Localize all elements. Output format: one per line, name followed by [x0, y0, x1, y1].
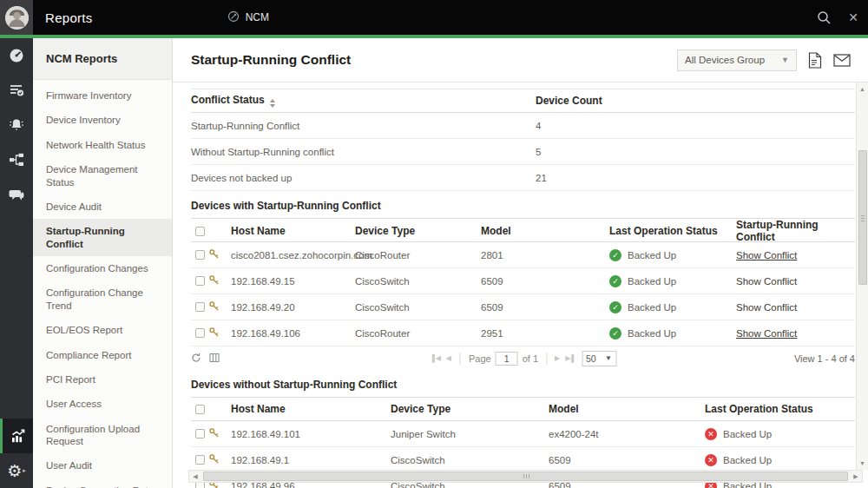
horizontal-scrollbar-thumb[interactable]: [203, 472, 848, 481]
reports-chart-icon[interactable]: [0, 419, 33, 453]
sidebar-item-user-audit[interactable]: User Audit: [33, 453, 172, 478]
alarm-bell-icon[interactable]: [0, 108, 33, 142]
close-icon[interactable]: ✕: [838, 0, 868, 35]
page-number-input[interactable]: 1: [496, 352, 518, 366]
cell-model: 6509: [481, 276, 609, 287]
icon-rail: ⚙▸: [0, 38, 33, 488]
scroll-left-icon[interactable]: ◀: [189, 473, 201, 480]
tab-ncm-label: NCM: [246, 11, 269, 23]
cell-host: 192.168.49.101: [231, 429, 391, 439]
cell-model: 2951: [481, 328, 609, 339]
sidebar-item-configuration-changes[interactable]: Configuration Changes: [33, 256, 172, 280]
sidebar-item-eol-eos-report[interactable]: EOL/EOS Report: [33, 318, 172, 342]
summary-row-label: Startup-Running Conflict: [191, 121, 536, 131]
cell-model: 6509: [549, 455, 705, 465]
topbar: Reports NCM ✕: [0, 0, 868, 35]
show-conflict-link[interactable]: Show Conflict: [736, 302, 797, 313]
sidebar-title: NCM Reports: [33, 38, 172, 80]
sidebar-item-device-connection-rate[interactable]: Device Connection Rate: [33, 478, 172, 488]
col-last-operation-status: Last Operation Status: [609, 225, 736, 237]
cell-host: cisco2081.csez.zohocorpin.com: [231, 250, 355, 260]
table-row: 192.168.49.20 CiscoSwitch 6509 ✓Backed U…: [191, 294, 855, 320]
select-all-checkbox[interactable]: [195, 227, 205, 236]
dashboard-gauge-icon[interactable]: [0, 38, 33, 73]
sidebar: NCM Reports Firmware Inventory Device In…: [33, 38, 173, 488]
device-group-dropdown[interactable]: All Devices Group ▼: [677, 49, 797, 71]
gear-caret-icon: ▸: [23, 467, 26, 474]
refresh-icon[interactable]: [191, 353, 201, 365]
next-page-icon[interactable]: ▶: [555, 354, 561, 362]
col-host-name: Host Name: [231, 225, 355, 237]
inventory-list-icon[interactable]: [0, 73, 33, 108]
sidebar-item-compliance-report[interactable]: Compliance Report: [33, 343, 172, 367]
search-icon[interactable]: [809, 0, 838, 35]
pdf-export-icon[interactable]: [808, 52, 822, 69]
credential-key-icon: [208, 248, 231, 261]
chat-icon[interactable]: [0, 177, 33, 212]
with-conflict-table: Host Name Device Type Model Last Operati…: [191, 219, 855, 346]
cell-model: 2801: [481, 250, 609, 260]
sidebar-item-user-access[interactable]: User Access: [33, 392, 172, 416]
sidebar-item-configuration-change-trend[interactable]: Configuration Change Trend: [33, 280, 172, 318]
show-conflict-link[interactable]: Show Conflict: [736, 276, 797, 287]
summary-row-count: 4: [536, 121, 855, 131]
summary-table-header: Conflict Status Device Count: [191, 89, 855, 113]
sidebar-menu: Firmware Inventory Device Inventory Netw…: [33, 80, 172, 488]
row-checkbox[interactable]: [195, 328, 205, 338]
sort-icon[interactable]: [270, 99, 275, 108]
summary-col-conflict-status[interactable]: Conflict Status: [191, 94, 536, 108]
view-range-label: View 1 - 4 of 4: [794, 353, 855, 364]
vertical-scrollbar-thumb[interactable]: [858, 150, 867, 285]
cell-status: ✕Backed Up: [705, 454, 855, 466]
summary-row-label: Devices not backed up: [191, 173, 536, 183]
column-chooser-icon[interactable]: [209, 353, 220, 365]
page-size-select[interactable]: 50▼: [582, 351, 616, 366]
select-all-checkbox[interactable]: [195, 405, 205, 414]
report-content: Conflict Status Device Count Startup-Run…: [191, 82, 855, 488]
vertical-scrollbar[interactable]: ▲ ▼: [856, 82, 868, 470]
status-fail-icon: ✕: [705, 428, 717, 440]
without-conflict-table-header: Host Name Device Type Model Last Operati…: [191, 398, 855, 421]
col-model: Model: [549, 403, 705, 415]
cell-type: CiscoSwitch: [355, 302, 481, 313]
scroll-down-icon[interactable]: ▼: [857, 458, 868, 469]
row-checkbox[interactable]: [195, 302, 205, 312]
show-conflict-link[interactable]: Show Conflict: [736, 328, 797, 339]
sidebar-item-device-management-status[interactable]: Device Management Status: [33, 157, 172, 195]
row-checkbox[interactable]: [195, 250, 205, 260]
cell-model: 6509: [481, 302, 609, 313]
sidebar-item-network-health-status[interactable]: Network Health Status: [33, 133, 172, 157]
first-page-icon[interactable]: ▐◀: [430, 354, 442, 362]
sidebar-item-startup-running-conflict[interactable]: Startup-Running Conflict: [33, 219, 172, 256]
topology-icon[interactable]: [0, 142, 33, 177]
avatar[interactable]: [0, 0, 33, 35]
sidebar-item-device-audit[interactable]: Device Audit: [33, 195, 172, 219]
cell-host: 192.168.49.1: [231, 455, 391, 465]
prev-page-icon[interactable]: ◀: [446, 354, 452, 362]
avatar-image: [5, 6, 29, 30]
tab-ncm[interactable]: NCM: [227, 10, 269, 25]
last-page-icon[interactable]: ▶▌: [565, 354, 577, 362]
sidebar-item-pci-report[interactable]: PCI Report: [33, 367, 172, 392]
main-header: Startup-Running Conflict All Devices Gro…: [173, 38, 868, 82]
show-conflict-link[interactable]: Show Conflict: [736, 250, 797, 260]
col-startup-running-conflict: Startup-Running Conflict: [736, 219, 855, 243]
horizontal-scrollbar[interactable]: ◀ ▶: [188, 470, 863, 483]
row-checkbox[interactable]: [195, 429, 205, 439]
settings-gear-icon[interactable]: ⚙▸: [0, 453, 33, 488]
sidebar-item-configuration-upload-request[interactable]: Configuration Upload Request: [33, 417, 172, 454]
scroll-up-icon[interactable]: ▲: [857, 83, 868, 95]
credential-key-icon: [208, 326, 231, 340]
cell-host: 192.168.49.106: [231, 328, 355, 339]
sidebar-item-firmware-inventory[interactable]: Firmware Inventory: [33, 83, 172, 108]
row-checkbox[interactable]: [195, 455, 205, 465]
col-device-type: Device Type: [355, 225, 481, 237]
row-checkbox[interactable]: [195, 276, 205, 286]
main-panel: Startup-Running Conflict All Devices Gro…: [173, 38, 868, 488]
summary-row-count: 21: [536, 173, 855, 183]
status-ok-icon: ✓: [609, 301, 621, 313]
sidebar-item-device-inventory[interactable]: Device Inventory: [33, 108, 172, 132]
email-icon[interactable]: [833, 54, 851, 67]
scroll-right-icon[interactable]: ▶: [850, 473, 862, 480]
cell-status: ✓Backed Up: [609, 249, 736, 261]
